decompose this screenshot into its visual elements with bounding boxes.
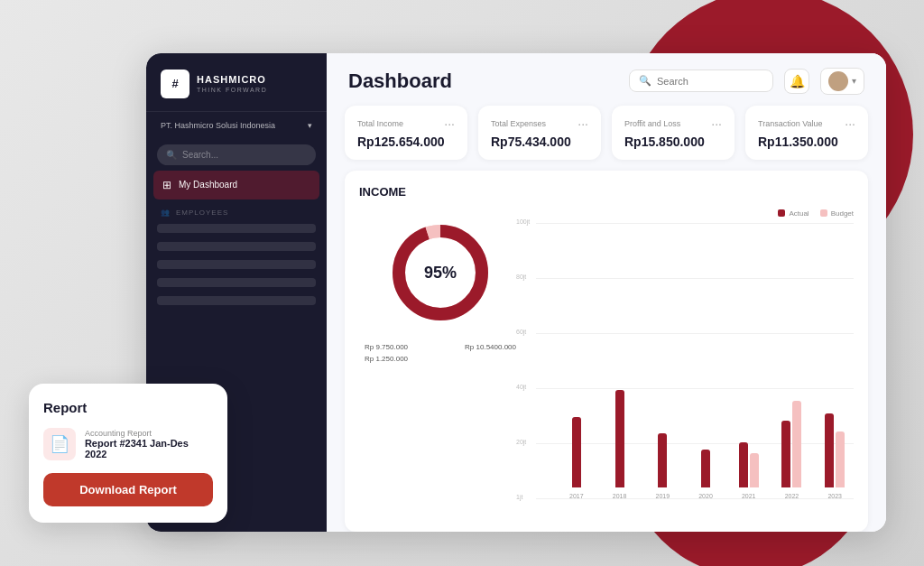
bar-2021-actual <box>739 442 748 487</box>
bar-group-2022: 2022 <box>773 379 811 499</box>
bar-pair-2018 <box>615 379 624 487</box>
download-report-button[interactable]: Download Report <box>43 473 213 506</box>
scene: # HASHMICRO THINK FORWARD PT. Hashmicro … <box>29 17 895 550</box>
company-selector[interactable]: PT. Hashmicro Solusi Indonesia ▾ <box>146 112 327 139</box>
stat-menu-total-expenses[interactable]: ··· <box>578 116 588 131</box>
bar-2023-actual <box>825 413 834 487</box>
sidebar-logo: # HASHMICRO THINK FORWARD <box>146 53 327 112</box>
stat-menu-total-income[interactable]: ··· <box>444 116 455 131</box>
sidebar-search-input[interactable] <box>182 150 307 160</box>
avatar <box>828 71 848 91</box>
bar-2022-budget <box>792 401 801 487</box>
main-content: Dashboard 🔍 🔔 ▾ <box>327 53 886 532</box>
logo-text: HASHMICRO THINK FORWARD <box>197 74 267 92</box>
sidebar-placeholder-4 <box>157 278 316 287</box>
stat-menu-profit-loss[interactable]: ··· <box>711 116 722 131</box>
bar-legend: Actual Budget <box>536 209 854 218</box>
sidebar-placeholder-5 <box>157 296 316 305</box>
stat-card-transaction-value: Transaction Value ··· Rp11.350.000 <box>745 106 868 160</box>
income-title: INCOME <box>359 185 854 199</box>
bar-group-2019: 2019 <box>643 379 681 499</box>
stat-menu-transaction-value[interactable]: ··· <box>845 116 855 131</box>
logo-tagline: THINK FORWARD <box>197 87 267 93</box>
employees-icon: 👥 <box>161 209 171 217</box>
stat-card-profit-loss: Proffit and Loss ··· Rp15.850.000 <box>612 106 735 160</box>
donut-key-1: Rp 9.750.000 <box>365 343 408 351</box>
bar-group-2020: 2020 <box>687 379 725 499</box>
dashboard-window: # HASHMICRO THINK FORWARD PT. Hashmicro … <box>146 53 886 532</box>
bar-2023-budget <box>836 431 845 487</box>
report-file-row: 📄 Accounting Report Report #2341 Jan-Des… <box>43 428 213 460</box>
sidebar-section-employees: 👥 EMPLOYEES <box>146 199 327 220</box>
bar-group-2023: 2023 <box>816 379 854 499</box>
avatar-chevron-icon: ▾ <box>852 76 856 86</box>
bar-pair-2019 <box>658 379 667 487</box>
bar-label-2020: 2020 <box>698 493 713 499</box>
notification-button[interactable]: 🔔 <box>784 69 809 94</box>
bar-group-2021: 2021 <box>730 379 768 499</box>
legend-budget: Budget <box>820 209 854 218</box>
sidebar-search-icon: 🔍 <box>166 150 177 160</box>
stat-card-total-income: Total Income ··· Rp125.654.000 <box>345 106 467 160</box>
stat-label-transaction-value: Transaction Value <box>758 119 823 128</box>
bar-pair-2020 <box>701 379 710 487</box>
income-body: 95% Rp 9.750.000 Rp 10.5400.000 Rp 1.250… <box>359 209 854 517</box>
donut-label-row-2: Rp 1.250.000 <box>365 355 516 363</box>
employees-label: EMPLOYEES <box>176 209 228 217</box>
donut-val-1: Rp 10.5400.000 <box>465 343 516 351</box>
main-header: Dashboard 🔍 🔔 ▾ <box>327 53 886 106</box>
sidebar-placeholder-1 <box>157 224 316 233</box>
bar-area: Actual Budget 100jt 80jt <box>536 209 854 517</box>
file-icon: 📄 <box>43 428 76 460</box>
logo-icon: # <box>161 70 189 98</box>
bar-label-2022: 2022 <box>785 493 799 499</box>
bar-2022-actual <box>781 421 790 487</box>
bar-group-2017: 2017 <box>558 379 596 499</box>
legend-budget-dot <box>820 209 827 217</box>
report-card-title: Report <box>43 400 213 415</box>
bar-label-2021: 2021 <box>742 493 756 499</box>
stat-value-total-expenses: Rp75.434.000 <box>491 135 588 149</box>
bar-pair-2021 <box>739 379 759 487</box>
stats-row: Total Income ··· Rp125.654.000 Total Exp… <box>327 106 886 171</box>
bar-2019-actual <box>658 433 667 487</box>
legend-actual-label: Actual <box>789 209 808 218</box>
stat-label-profit-loss: Proffit and Loss <box>624 119 680 128</box>
bar-pair-2023 <box>825 379 845 487</box>
donut-key-2: Rp 1.250.000 <box>365 355 408 363</box>
legend-actual: Actual <box>778 209 808 218</box>
stat-card-total-expenses: Total Expenses ··· Rp75.434.000 <box>478 106 601 160</box>
bar-pair-2022 <box>781 379 801 487</box>
bar-label-2019: 2019 <box>656 493 670 499</box>
bar-pair-2017 <box>572 379 581 487</box>
report-type: Accounting Report <box>85 429 213 438</box>
sidebar-my-dashboard-label: My Dashboard <box>179 180 237 190</box>
bar-label-2023: 2023 <box>827 493 842 499</box>
logo-name: HASHMICRO <box>197 74 267 86</box>
stat-value-total-income: Rp125.654.000 <box>357 135 455 149</box>
report-card: Report 📄 Accounting Report Report #2341 … <box>29 384 227 523</box>
page-title: Dashboard <box>348 70 452 93</box>
bell-icon: 🔔 <box>790 74 805 88</box>
company-name: PT. Hashmicro Solusi Indonesia <box>161 121 275 130</box>
donut-chart: 95% <box>386 218 494 327</box>
sidebar-placeholder-3 <box>157 260 316 269</box>
bar-2018-actual <box>615 390 624 487</box>
header-search-input[interactable] <box>657 76 763 87</box>
donut-labels: Rp 9.750.000 Rp 10.5400.000 Rp 1.250.000 <box>359 343 522 363</box>
bar-chart-container: 2017 2018 <box>536 223 854 517</box>
donut-percent: 95% <box>424 263 457 282</box>
avatar-button[interactable]: ▾ <box>820 68 864 95</box>
company-chevron-icon: ▾ <box>308 121 312 130</box>
legend-budget-label: Budget <box>831 209 854 218</box>
sidebar-placeholder-2 <box>157 242 316 251</box>
logo-symbol: # <box>171 77 178 90</box>
sidebar-item-my-dashboard[interactable]: ⊞ My Dashboard <box>153 171 319 199</box>
header-search-icon: 🔍 <box>639 75 651 87</box>
sidebar-search[interactable]: 🔍 <box>157 144 316 165</box>
report-name: Report #2341 Jan-Des 2022 <box>85 438 213 459</box>
dashboard-icon: ⊞ <box>162 179 171 191</box>
header-search[interactable]: 🔍 <box>629 70 773 92</box>
legend-actual-dot <box>778 209 785 217</box>
bar-2020-actual <box>701 450 710 487</box>
